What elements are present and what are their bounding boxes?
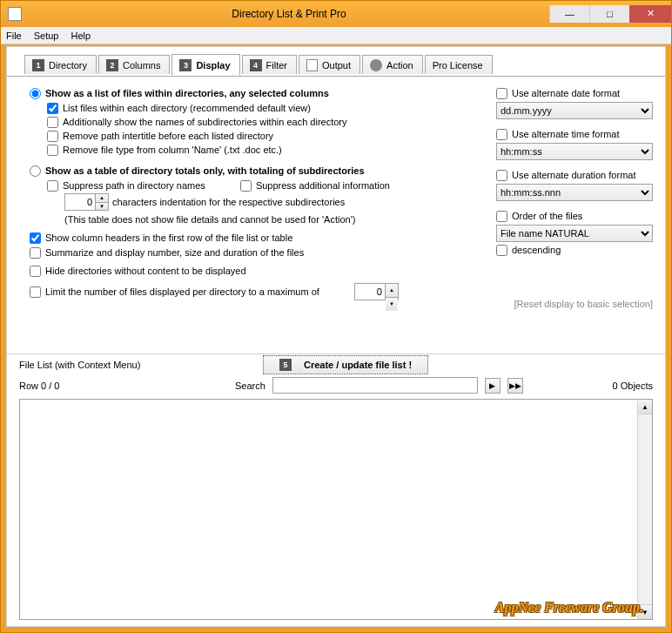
search-last-button[interactable]: ▶▶ [507, 378, 523, 394]
menu-setup[interactable]: Setup [34, 30, 59, 41]
close-button[interactable]: ✕ [629, 5, 671, 23]
radio-list-mode[interactable] [30, 88, 41, 99]
tab-display[interactable]: 3Display [171, 54, 239, 76]
chk-alt-time[interactable] [496, 129, 507, 140]
radio-table-label: Show as a table of directory totals only… [45, 165, 365, 178]
page-icon [306, 59, 318, 71]
indent-value[interactable] [65, 194, 95, 210]
select-duration-format[interactable]: hh:mm:ss.nnn [496, 184, 653, 201]
spin-up-icon[interactable]: ▲ [96, 194, 108, 203]
table-note: (This table does not show file details a… [64, 214, 491, 225]
menu-help[interactable]: Help [71, 30, 91, 41]
menu-file[interactable]: File [6, 30, 22, 41]
row-status: Row 0 / 0 [19, 380, 228, 391]
chk-summarize[interactable] [30, 247, 41, 259]
radio-list-label: Show as a list of files within directori… [45, 87, 329, 100]
object-count: 0 Objects [613, 380, 653, 391]
chk-alt-date[interactable] [496, 88, 507, 99]
reset-link[interactable]: [Reset display to basic selection] [496, 299, 653, 309]
chk-descending[interactable] [496, 245, 507, 256]
indent-spinner[interactable]: ▲▼ [64, 193, 109, 211]
select-time-format[interactable]: hh:mm:ss [496, 143, 653, 160]
minimize-button[interactable]: — [549, 5, 589, 23]
app-icon [8, 7, 22, 21]
chk-show-headers[interactable] [30, 232, 41, 244]
search-label: Search [235, 380, 265, 391]
select-order[interactable]: File name NATURAL [496, 225, 653, 242]
chk-limit-files[interactable] [30, 286, 41, 298]
spin-down-icon[interactable]: ▼ [96, 203, 108, 211]
spin-up-icon[interactable]: ▲ [386, 284, 398, 298]
chk-suppress-additional[interactable] [240, 180, 252, 192]
limit-spinner[interactable]: ▲▼ [354, 283, 399, 300]
chk-hide-empty[interactable] [30, 266, 41, 277]
limit-value[interactable] [355, 284, 385, 300]
search-input[interactable] [272, 377, 478, 394]
tab-action[interactable]: Action [362, 55, 423, 74]
chk-remove-filetype[interactable] [47, 145, 58, 156]
search-next-button[interactable]: ▶ [485, 378, 501, 394]
gear-icon [370, 59, 382, 71]
spin-down-icon[interactable]: ▼ [386, 298, 398, 311]
tab-directory[interactable]: 1Directory [24, 55, 97, 74]
select-date-format[interactable]: dd.mm.yyyy [496, 102, 653, 119]
file-list-label: File List (with Context Menu) [19, 360, 140, 370]
tab-pro-license[interactable]: Pro License [425, 55, 493, 74]
tab-columns[interactable]: 2Columns [98, 55, 170, 74]
create-update-button[interactable]: 5 Create / update file list ! [263, 355, 428, 374]
file-list-pane[interactable]: ▲ ▼ AppNee Freeware Group. [19, 399, 653, 620]
maximize-button[interactable]: □ [589, 5, 629, 23]
chk-order-files[interactable] [496, 211, 507, 222]
scrollbar[interactable]: ▲ ▼ [637, 400, 652, 619]
chk-list-files[interactable] [47, 103, 58, 114]
watermark: AppNee Freeware Group. [495, 600, 643, 616]
scroll-up-icon[interactable]: ▲ [638, 400, 652, 414]
chk-alt-duration[interactable] [496, 170, 507, 181]
radio-table-mode[interactable] [30, 165, 41, 177]
chk-suppress-path[interactable] [47, 180, 58, 192]
tab-output[interactable]: Output [299, 55, 360, 74]
tab-filter[interactable]: 4Filter [242, 55, 297, 74]
chk-show-subdirs[interactable] [47, 117, 58, 128]
chk-remove-intertitle[interactable] [47, 131, 58, 142]
window-title: Directory List & Print Pro [29, 8, 549, 20]
